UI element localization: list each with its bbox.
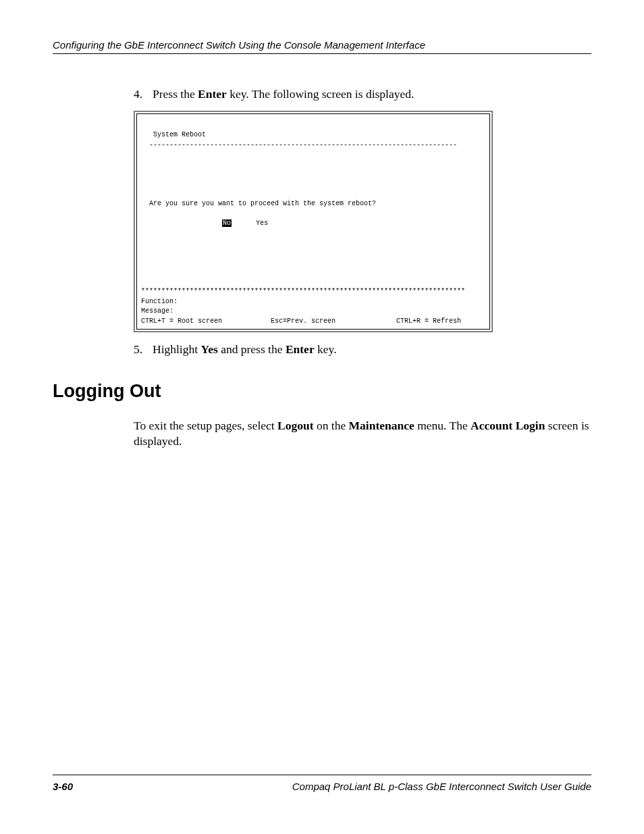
console-option-no[interactable]: No: [222, 219, 232, 227]
steps-list-cont: 5. Highlight Yes and press the Enter key…: [134, 342, 591, 358]
console-blank: [141, 180, 145, 188]
console-help: CTRL+T = Root screen Esc=Prev. screen CT…: [141, 317, 461, 325]
console-function: Function:: [141, 298, 178, 305]
step-bold: Enter: [286, 342, 315, 356]
console-blank: [141, 151, 145, 158]
console-screenshot: System Reboot --------------------------…: [134, 111, 493, 333]
step-text: and press the: [218, 342, 286, 356]
step-4: 4. Press the Enter key. The following sc…: [134, 86, 591, 103]
step-text: Press the: [153, 87, 198, 101]
step-number: 5.: [134, 342, 142, 358]
footer-title: Compaq ProLiant BL p-Class GbE Interconn…: [292, 781, 591, 792]
content-block: 4. Press the Enter key. The following sc…: [134, 86, 591, 358]
console-blank: [141, 278, 145, 286]
step-text: key.: [315, 342, 337, 356]
console-blank: [141, 122, 145, 129]
page-number: 3-60: [53, 781, 73, 792]
steps-list: 4. Press the Enter key. The following sc…: [134, 86, 591, 103]
para-bold: Maintenance: [349, 419, 414, 432]
step-bold: Enter: [198, 87, 227, 101]
step-text: Highlight: [153, 342, 200, 356]
console-opts-prefix: [141, 219, 222, 227]
console-message: Message:: [141, 307, 173, 315]
console-title: System Reboot: [141, 131, 206, 138]
console-hr: ----------------------------------------…: [141, 141, 457, 149]
console-screen: System Reboot --------------------------…: [136, 113, 490, 330]
console-blank: [141, 161, 145, 168]
para-text: on the: [314, 419, 349, 432]
console-prompt: Are you sure you want to proceed with th…: [141, 200, 376, 207]
para-text: To exit the setup pages, select: [134, 419, 277, 432]
page-footer: 3-60 Compaq ProLiant BL p-Class GbE Inte…: [53, 775, 591, 792]
paragraph: To exit the setup pages, select Logout o…: [134, 418, 591, 450]
console-blank: [141, 209, 145, 217]
console-blank: [141, 259, 145, 266]
page: Configuring the GbE Interconnect Switch …: [0, 0, 644, 834]
step-number: 4.: [134, 86, 142, 103]
section-heading-logging-out: Logging Out: [53, 381, 591, 402]
console-blank: [141, 190, 145, 197]
step-bold: Yes: [200, 342, 217, 356]
console-opts-mid: [232, 219, 256, 227]
console-blank: [141, 170, 145, 178]
console-blank: [141, 268, 145, 276]
para-bold: Logout: [277, 419, 313, 432]
header-title: Configuring the GbE Interconnect Switch …: [53, 39, 591, 51]
para-bold: Account Login: [471, 419, 545, 432]
console-option-yes[interactable]: Yes: [256, 219, 268, 227]
para-text: menu. The: [414, 419, 471, 432]
step-5: 5. Highlight Yes and press the Enter key…: [134, 342, 591, 358]
console-blank: [141, 239, 145, 246]
step-text: key. The following screen is displayed.: [227, 87, 414, 101]
page-header: Configuring the GbE Interconnect Switch …: [53, 39, 591, 54]
console-blank: [141, 229, 145, 236]
section-body: To exit the setup pages, select Logout o…: [134, 418, 591, 450]
console-stars: ****************************************…: [141, 288, 465, 295]
console-blank: [141, 249, 145, 256]
